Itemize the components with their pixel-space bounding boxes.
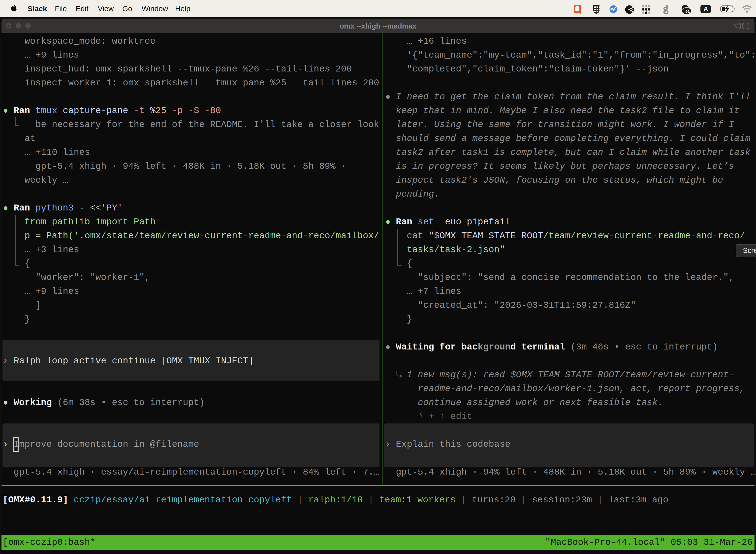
svg-text:..61: ..61 <box>683 9 690 13</box>
svg-text:A: A <box>703 5 708 13</box>
